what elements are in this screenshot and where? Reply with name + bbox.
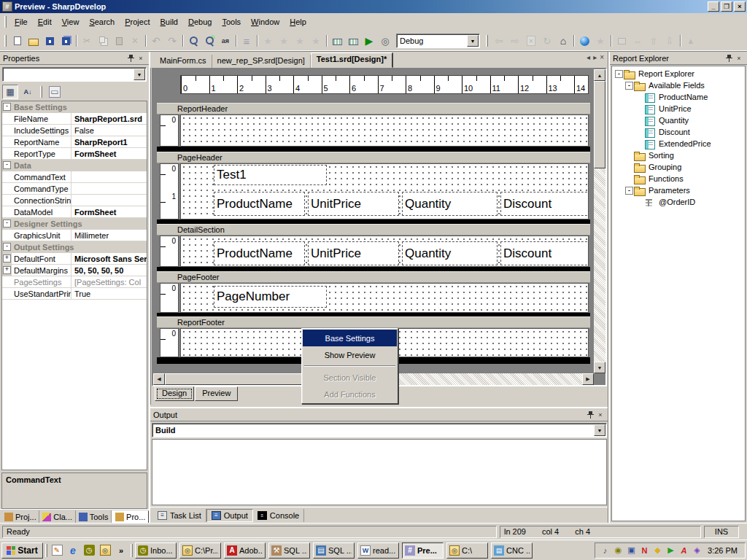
vertical-scrollbar[interactable]: ▲ ▼ — [594, 69, 605, 373]
tree-expander-icon[interactable] — [635, 198, 644, 207]
toolbar-button[interactable] — [276, 33, 292, 49]
toolbar-button[interactable] — [576, 33, 592, 49]
property-pages-button[interactable] — [47, 85, 63, 99]
property-row[interactable]: PageSettings [PageSettings: Col — [2, 276, 147, 288]
toolbar-button[interactable] — [42, 33, 58, 49]
property-value[interactable]: FormSheet — [71, 149, 147, 158]
tray-icon[interactable]: ▶ — [665, 545, 676, 556]
start-button[interactable]: Start — [1, 542, 43, 559]
toolbar-button[interactable] — [491, 33, 507, 49]
toolbar-button[interactable] — [164, 33, 180, 49]
scroll-tabs-right-icon[interactable]: ▸ — [593, 53, 597, 61]
report-item-field[interactable]: Discount — [500, 192, 589, 216]
chevron-down-icon[interactable]: ▼ — [133, 69, 145, 80]
toolbar-button[interactable] — [111, 33, 127, 49]
property-value[interactable]: False — [71, 126, 147, 135]
context-menu-item[interactable]: Section Visible — [303, 369, 397, 386]
bottom-panel-tab[interactable]: ≡ Output — [206, 509, 253, 522]
toolbar-button[interactable] — [148, 33, 164, 49]
toolbar-button[interactable] — [646, 33, 662, 49]
expander-icon[interactable] — [2, 265, 12, 276]
taskbar-button[interactable]: ◎ C:\Pr... — [179, 542, 221, 559]
toolbar-button[interactable] — [185, 33, 201, 49]
tree-expander-icon[interactable] — [635, 139, 644, 149]
pin-icon[interactable] — [125, 53, 136, 63]
object-selector-combobox[interactable]: ▼ — [2, 67, 147, 82]
report-item-field[interactable]: UnitPrice — [308, 241, 399, 265]
expander-icon[interactable] — [2, 218, 12, 230]
chevron-down-icon[interactable]: ▼ — [467, 35, 479, 47]
quick-launch-button[interactable]: ✎ — [50, 543, 64, 558]
expander-icon[interactable] — [2, 253, 12, 265]
toolbar-button[interactable] — [9, 33, 26, 49]
property-row[interactable]: GraphicsUnit Millimeter — [2, 230, 147, 241]
tray-icon[interactable]: ◆ — [652, 545, 663, 556]
property-value[interactable]: Millimeter — [71, 231, 147, 240]
restore-button[interactable]: ❐ — [721, 1, 732, 12]
section-band-reportheader[interactable]: ReportHeader — [157, 103, 590, 114]
property-value[interactable]: SharpReport1 — [71, 138, 147, 147]
scrollbar-thumb[interactable] — [594, 81, 605, 168]
alphabetical-view-button[interactable] — [20, 85, 36, 99]
tree-item[interactable]: Available Fields — [612, 79, 745, 91]
tree-item[interactable]: Parameters — [612, 184, 745, 196]
tree-item[interactable]: @OrderID — [612, 196, 745, 208]
property-value[interactable]: Microsoft Sans Ser — [71, 254, 147, 263]
toolbar-button[interactable] — [683, 33, 699, 49]
tree-item[interactable]: Report Explorer — [612, 68, 745, 79]
close-icon[interactable]: × — [734, 53, 744, 63]
taskbar-button[interactable]: W read... — [357, 542, 399, 559]
toolbar-button[interactable] — [614, 33, 630, 49]
toolbar-button[interactable] — [58, 33, 74, 49]
document-tab[interactable]: MainForm.cs — [155, 55, 212, 68]
pin-icon[interactable] — [585, 410, 595, 419]
toolbar-button[interactable] — [507, 33, 523, 49]
property-row[interactable]: Base Settings — [2, 101, 147, 113]
scroll-down-icon[interactable]: ▼ — [594, 362, 605, 373]
expander-icon[interactable] — [2, 101, 12, 113]
detailsection-area[interactable]: ProductNameUnitPriceQuantityDiscount — [180, 236, 589, 267]
left-panel-tab[interactable]: Cla... — [39, 510, 75, 523]
toolbar-button[interactable] — [292, 33, 308, 49]
section-band-reportfooter[interactable]: ReportFooter — [157, 316, 590, 328]
section-band-detailsection[interactable]: DetailSection — [157, 224, 590, 236]
menu-item[interactable]: Project — [120, 15, 155, 28]
pagefooter-section-area[interactable]: PageNumber — [180, 283, 589, 313]
toolbar-button[interactable] — [361, 33, 377, 49]
document-tab[interactable]: new_rep_SP.srd[Design] — [212, 55, 311, 68]
report-item-field[interactable]: ProductName — [214, 192, 305, 216]
tree-expander-icon[interactable] — [635, 104, 644, 114]
property-value[interactable]: True — [71, 289, 147, 298]
taskbar-button[interactable]: ▤ CNC ... — [491, 542, 533, 559]
toolbar-button[interactable] — [329, 33, 345, 49]
section-band-pageheader[interactable]: PageHeader — [157, 152, 590, 163]
bottom-panel-tab[interactable]: ≡ Console — [253, 509, 304, 522]
taskbar-button[interactable]: A Adob... — [224, 542, 266, 559]
report-item-field[interactable]: Discount — [500, 241, 589, 265]
tree-expander-icon[interactable] — [624, 186, 634, 195]
menu-item[interactable]: Build — [155, 15, 183, 28]
context-menu-item[interactable] — [304, 365, 395, 367]
minimize-button[interactable]: _ — [708, 1, 719, 12]
taskbar-button[interactable]: # Pre... — [402, 542, 444, 559]
report-item-pagenumber[interactable]: PageNumber — [214, 286, 327, 308]
property-row[interactable]: DataModel FormSheet — [2, 206, 147, 218]
context-menu-item[interactable]: Show Preview — [303, 346, 397, 363]
toolbar-button[interactable] — [233, 33, 239, 49]
tree-expander-icon[interactable] — [624, 151, 634, 160]
left-panel-tab[interactable]: Tools — [76, 510, 112, 523]
report-item-field[interactable]: UnitPrice — [308, 192, 399, 216]
toolbar-grip[interactable] — [4, 16, 7, 28]
document-tab[interactable]: Test1.srd[Design]* — [311, 52, 393, 68]
property-row[interactable]: ConnectionStrin — [2, 195, 147, 206]
toolbar-button[interactable] — [127, 33, 143, 49]
expander-icon[interactable] — [2, 241, 12, 253]
pin-icon[interactable] — [724, 53, 734, 63]
tree-item[interactable]: Discount — [612, 126, 745, 138]
menu-item[interactable]: Search — [84, 15, 120, 28]
tree-expander-icon[interactable] — [624, 174, 634, 184]
reportheader-section-area[interactable] — [180, 114, 589, 147]
tray-icon[interactable]: ▣ — [626, 545, 637, 556]
toolbar-button[interactable] — [217, 33, 233, 49]
toolbar-button[interactable] — [662, 33, 678, 49]
